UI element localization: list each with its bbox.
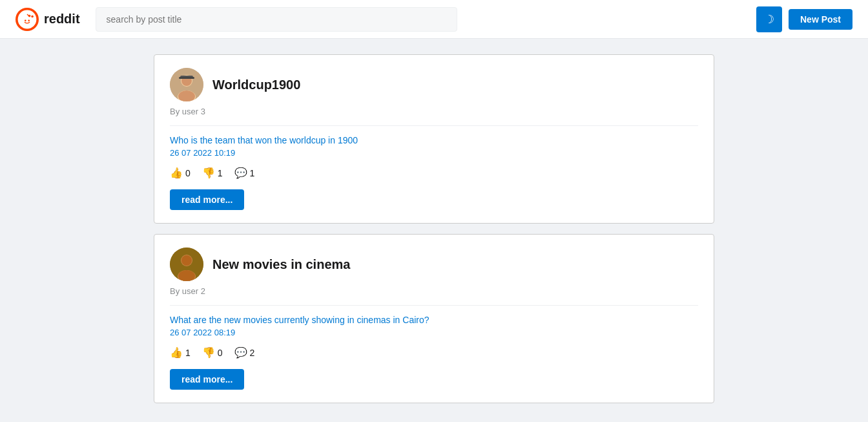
posts-feed: Worldcup1900 By user 3 Who is the team t… (143, 54, 725, 403)
post-title: New movies in cinema (212, 257, 350, 272)
svg-point-5 (31, 15, 34, 17)
post-header: New movies in cinema (170, 248, 698, 281)
read-more-button[interactable]: read more... (170, 189, 244, 210)
post-divider (170, 125, 698, 126)
comment-action[interactable]: 💬 1 (234, 167, 255, 179)
read-more-button[interactable]: read more... (170, 369, 244, 390)
thumbs-down-icon: 👎 (202, 167, 215, 179)
logo-text: reddit (44, 12, 80, 26)
reddit-logo-icon (16, 8, 39, 31)
logo-link[interactable]: reddit (16, 8, 80, 31)
comment-count: 1 (250, 168, 255, 178)
svg-point-6 (25, 19, 26, 21)
comment-icon: 💬 (234, 346, 247, 359)
svg-point-7 (28, 19, 30, 21)
post-actions: 👍 1 👎 0 💬 2 (170, 346, 698, 359)
search-input[interactable] (96, 7, 457, 32)
upvote-count: 1 (185, 348, 191, 358)
search-bar (96, 7, 457, 32)
svg-point-9 (28, 14, 31, 17)
comment-icon: 💬 (234, 167, 247, 179)
post-card: Worldcup1900 By user 3 Who is the team t… (154, 54, 714, 224)
post-divider (170, 305, 698, 306)
new-post-button[interactable]: New Post (789, 9, 852, 30)
post-body-text: What are the new movies currently showin… (170, 315, 698, 325)
site-header: reddit ☽ New Post (0, 0, 868, 39)
post-actions: 👍 0 👎 1 💬 1 (170, 167, 698, 179)
post-timestamp: 26 07 2022 10:19 (170, 148, 698, 158)
post-header: Worldcup1900 (170, 68, 698, 101)
downvote-count: 1 (218, 168, 223, 178)
avatar (170, 248, 203, 281)
upvote-count: 0 (185, 168, 191, 178)
post-timestamp: 26 07 2022 08:19 (170, 328, 698, 337)
post-card: New movies in cinema By user 2 What are … (154, 234, 714, 403)
thumbs-up-icon: 👍 (170, 346, 183, 359)
svg-rect-17 (179, 77, 194, 79)
thumbs-down-icon: 👎 (202, 346, 215, 359)
post-body-text: Who is the team that won the worldcup in… (170, 135, 698, 145)
avatar (170, 68, 203, 101)
moon-icon: ☽ (764, 12, 774, 26)
downvote-action[interactable]: 👎 1 (202, 167, 223, 179)
comment-action[interactable]: 💬 2 (234, 346, 255, 359)
post-title: Worldcup1900 (212, 78, 300, 92)
downvote-action[interactable]: 👎 0 (202, 346, 223, 359)
thumbs-up-icon: 👍 (170, 167, 183, 179)
post-author: By user 3 (170, 107, 698, 116)
comment-count: 2 (250, 348, 255, 358)
upvote-action[interactable]: 👍 1 (170, 346, 191, 359)
svg-point-21 (181, 255, 192, 266)
theme-toggle-button[interactable]: ☽ (756, 6, 782, 32)
header-actions: ☽ New Post (756, 6, 852, 32)
post-author: By user 2 (170, 286, 698, 296)
downvote-count: 0 (218, 348, 223, 358)
upvote-action[interactable]: 👍 0 (170, 167, 191, 179)
